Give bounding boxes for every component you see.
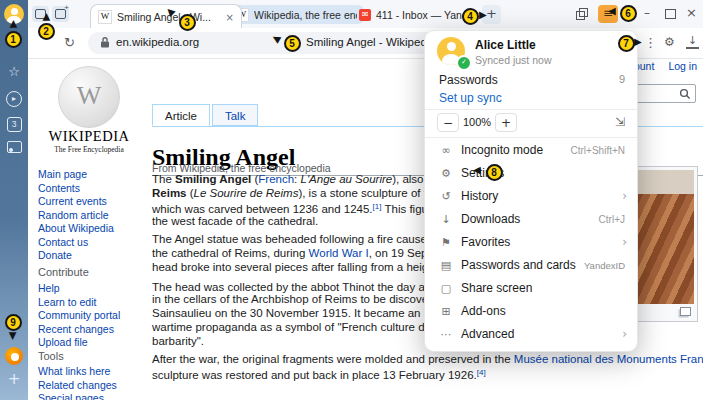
wiki-nav-link-contents[interactable]: Contents <box>38 182 114 196</box>
new-window-button[interactable] <box>52 6 69 22</box>
menu-item-passwords-and-cards[interactable]: ▤Passwords and cardsYandexID <box>425 254 637 277</box>
favorites-flag-icon: ⚑ <box>438 231 454 254</box>
menu-item-label: Share screen <box>461 277 532 300</box>
wiki-nav-link-contact-us[interactable]: Contact us <box>38 236 114 250</box>
text-segment: the cathedral of Reims, during <box>152 247 309 259</box>
menu-item-advanced[interactable]: ⋯Advanced› <box>425 323 637 346</box>
media-play-icon[interactable]: ▸ <box>0 89 28 107</box>
screen-cast-icon[interactable] <box>0 141 28 157</box>
sidebar-add-icon[interactable]: + <box>0 371 28 387</box>
article-text-line: After the war, the original fragments we… <box>152 352 703 366</box>
menu-item-incognito-mode[interactable]: ∞Incognito modeCtrl+Shift+N <box>425 139 637 162</box>
annotation-arrow-9: ▶ <box>8 332 18 340</box>
annotation-badge-8: 8 <box>486 164 503 181</box>
menu-passwords-link[interactable]: Passwords <box>439 73 498 87</box>
wiki-nav-link-special-pages[interactable]: Special pages <box>38 392 117 400</box>
zoom-out-button[interactable]: − <box>437 113 459 132</box>
wiki-nav-tools: What links hereRelated changesSpecial pa… <box>38 365 117 400</box>
enlarge-icon[interactable] <box>680 307 691 316</box>
settings-gear-icon: ⚙ <box>438 162 454 185</box>
refresh-icon[interactable]: ↻ <box>64 35 75 50</box>
cast-icon <box>7 141 22 153</box>
mail-favicon: ✉ <box>359 9 371 21</box>
f.ullscreen-icon[interactable]: ⇲ <box>615 113 625 132</box>
personal-link-log-in[interactable]: Log in <box>668 60 697 72</box>
menu-item-label: Passwords and cards <box>461 254 576 277</box>
menu-divider <box>425 109 637 110</box>
menu-item-share-screen[interactable]: ▢Share screen <box>425 277 637 300</box>
annotation-badge-6: 6 <box>620 5 637 22</box>
article-text-line: the west facade of the cathedral. <box>152 214 318 228</box>
menu-divider <box>425 137 637 138</box>
wiki-nav-link-recent-changes[interactable]: Recent changes <box>38 323 120 337</box>
new-window-icon <box>55 9 66 19</box>
article-tab-talk[interactable]: Talk <box>212 104 258 126</box>
extensions-gear-icon[interactable]: ⚙ <box>664 35 675 49</box>
downloads-icon: ↓ <box>438 208 454 231</box>
windows-stack-icon[interactable] <box>576 8 588 20</box>
wiki-link[interactable]: Musée national des Monuments Français <box>514 353 703 365</box>
history-icon: ↺ <box>438 185 454 208</box>
setup-sync-link[interactable]: Set up sync <box>439 91 502 105</box>
tab-close-icon[interactable]: × <box>226 12 234 23</box>
wiki-nav-link-donate[interactable]: Donate <box>38 249 114 263</box>
menu-item-label: Downloads <box>461 208 520 231</box>
url-domain[interactable]: en.wikipedia.org <box>116 36 199 48</box>
wiki-link[interactable]: [4] <box>477 368 486 377</box>
sync-check-icon: ✓ <box>456 55 472 71</box>
address-page-title: Smiling Angel - Wikipedi <box>306 36 429 48</box>
wiki-nav-link-what-links-here[interactable]: What links here <box>38 365 117 379</box>
passwords-cards-icon: ▤ <box>438 254 454 277</box>
wiki-link[interactable]: French <box>258 173 294 185</box>
wiki-nav-link-community-portal[interactable]: Community portal <box>38 309 120 323</box>
tab-count-badge[interactable]: 3 <box>0 115 28 132</box>
tab-strip: WSmiling Angel - Wi...×WWikipedia, the f… <box>28 0 703 28</box>
wiki-nav-link-help[interactable]: Help <box>38 282 120 296</box>
zoom-in-button[interactable]: + <box>495 113 517 132</box>
menu-item-label: Advanced <box>461 323 514 346</box>
menu-item-history[interactable]: ↺History› <box>425 185 637 208</box>
bookmarks-star-icon[interactable]: ☆ <box>0 64 28 80</box>
chevron-right-icon: › <box>622 323 627 346</box>
wiki-nav-link-main-page[interactable]: Main page <box>38 168 114 182</box>
search-icon <box>679 88 691 100</box>
article-text-line: barbarity". <box>152 334 204 348</box>
chevron-right-icon: › <box>622 185 627 208</box>
wiki-link[interactable]: World War I <box>309 247 369 259</box>
wiki-nav-link-random-article[interactable]: Random article <box>38 209 114 223</box>
menu-user-name: Alice Little <box>475 38 536 52</box>
lock-icon <box>100 36 110 49</box>
wikipedia-logo[interactable]: W <box>58 66 120 128</box>
play-icon: ▸ <box>6 91 22 107</box>
yandex-browser-icon[interactable] <box>5 347 23 365</box>
browser-menu-panel: ✓ Alice Little Synced just now Passwords… <box>424 30 638 352</box>
menu-item-settings[interactable]: ⚙Settings <box>425 162 637 185</box>
wikipedia-wordmark: WIKIPEDIA <box>28 128 150 145</box>
menu-item-downloads[interactable]: ↓DownloadsCtrl+J <box>425 208 637 231</box>
close-button[interactable]: × <box>686 5 697 20</box>
advanced-icon: ⋯ <box>438 323 454 346</box>
annotation-badge-9: 9 <box>5 314 22 331</box>
menu-item-favorites[interactable]: ⚑Favorites› <box>425 231 637 254</box>
wiki-nav-link-upload-file[interactable]: Upload file <box>38 336 120 350</box>
wiki-nav-link-about-wikipedia[interactable]: About Wikipedia <box>38 222 114 236</box>
wiki-nav-link-related-changes[interactable]: Related changes <box>38 379 117 393</box>
more-options-dots-icon[interactable]: ⋮ <box>644 35 657 50</box>
menu-item-label: Favorites <box>461 231 510 254</box>
article-tab-article[interactable]: Article <box>152 104 210 126</box>
text-segment: The <box>152 173 175 185</box>
minimize-button[interactable]: – <box>644 6 650 20</box>
text-segment: ( <box>187 187 194 199</box>
wiki-nav-link-current-events[interactable]: Current events <box>38 195 114 209</box>
article-text-line: sculpture was restored and put back in p… <box>152 366 486 380</box>
wiki-nav-link-learn-to-edit[interactable]: Learn to edit <box>38 296 120 310</box>
maximize-button[interactable] <box>665 9 676 19</box>
annotation-arrow-7: ▶ <box>634 37 642 47</box>
share-screen-icon: ▢ <box>438 277 454 300</box>
text-segment: Smiling Angel <box>175 173 251 185</box>
menu-item-add-ons[interactable]: ⊞Add-ons <box>425 300 637 323</box>
downloads-bar-icon[interactable]: ↓ <box>686 35 699 49</box>
text-segment: After the war, the original fragments we… <box>152 353 514 365</box>
annotation-badge-1: 1 <box>5 31 22 48</box>
browser-tab-wikipedia-the-free-encyclo[interactable]: WWikipedia, the free encyclo... <box>228 5 364 24</box>
